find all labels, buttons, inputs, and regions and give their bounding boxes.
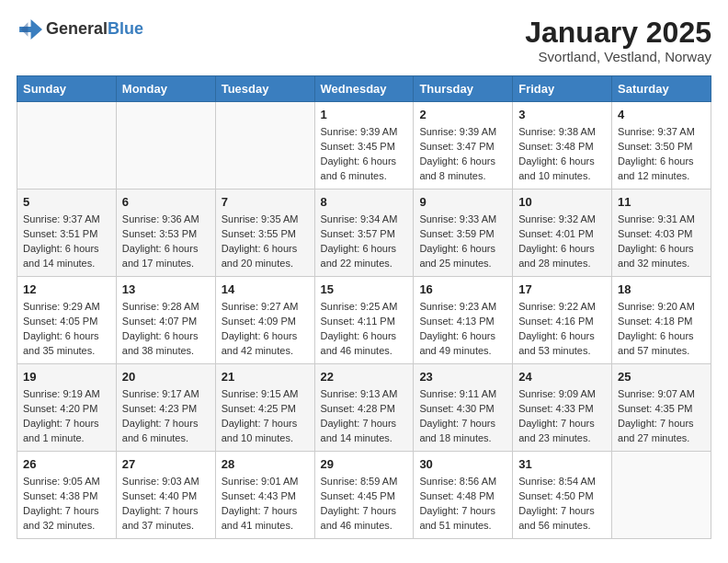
calendar-table: SundayMondayTuesdayWednesdayThursdayFrid… [17, 75, 711, 539]
cell-content: Sunrise: 9:22 AM Sunset: 4:16 PM Dayligh… [518, 300, 606, 359]
weekday-header: Sunday [17, 76, 117, 102]
cell-content: Sunrise: 8:56 AM Sunset: 4:48 PM Dayligh… [419, 475, 506, 534]
day-number: 22 [321, 369, 408, 385]
weekday-header: Wednesday [314, 76, 414, 102]
cell-content: Sunrise: 9:39 AM Sunset: 3:47 PM Dayligh… [419, 125, 506, 184]
calendar-cell: 14Sunrise: 9:27 AM Sunset: 4:09 PM Dayli… [215, 277, 314, 364]
calendar-cell: 2Sunrise: 9:39 AM Sunset: 3:47 PM Daylig… [414, 102, 513, 190]
calendar-cell: 12Sunrise: 9:29 AM Sunset: 4:05 PM Dayli… [17, 277, 117, 364]
day-number: 10 [518, 194, 606, 211]
weekday-header: Tuesday [215, 76, 314, 102]
cell-content: Sunrise: 9:34 AM Sunset: 3:57 PM Dayligh… [321, 213, 408, 271]
calendar-week-row: 26Sunrise: 9:05 AM Sunset: 4:38 PM Dayli… [17, 451, 711, 538]
day-number: 7 [222, 194, 309, 211]
calendar-cell [17, 102, 117, 190]
cell-content: Sunrise: 9:32 AM Sunset: 4:01 PM Dayligh… [518, 213, 606, 271]
day-number: 8 [321, 194, 408, 211]
cell-content: Sunrise: 9:23 AM Sunset: 4:13 PM Dayligh… [419, 300, 506, 359]
calendar-cell: 22Sunrise: 9:13 AM Sunset: 4:28 PM Dayli… [314, 364, 414, 452]
cell-content: Sunrise: 9:39 AM Sunset: 3:45 PM Dayligh… [321, 125, 408, 184]
calendar-cell: 28Sunrise: 9:01 AM Sunset: 4:43 PM Dayli… [215, 451, 314, 538]
logo-text-blue: Blue [108, 20, 143, 39]
calendar-cell: 6Sunrise: 9:36 AM Sunset: 3:53 PM Daylig… [116, 190, 215, 277]
calendar-cell: 1Sunrise: 9:39 AM Sunset: 3:45 PM Daylig… [314, 102, 414, 190]
cell-content: Sunrise: 8:59 AM Sunset: 4:45 PM Dayligh… [321, 475, 408, 534]
cell-content: Sunrise: 8:54 AM Sunset: 4:50 PM Dayligh… [518, 475, 606, 534]
header: General Blue January 2025 Svortland, Ves… [17, 17, 711, 64]
cell-content: Sunrise: 9:33 AM Sunset: 3:59 PM Dayligh… [419, 213, 506, 271]
cell-content: Sunrise: 9:11 AM Sunset: 4:30 PM Dayligh… [419, 387, 506, 446]
calendar-header-row: SundayMondayTuesdayWednesdayThursdayFrid… [17, 76, 711, 102]
day-number: 20 [122, 369, 210, 385]
cell-content: Sunrise: 9:13 AM Sunset: 4:28 PM Dayligh… [321, 387, 408, 446]
calendar-cell: 26Sunrise: 9:05 AM Sunset: 4:38 PM Dayli… [17, 451, 117, 538]
cell-content: Sunrise: 9:35 AM Sunset: 3:55 PM Dayligh… [222, 213, 309, 271]
weekday-header: Monday [116, 76, 215, 102]
day-number: 26 [23, 456, 110, 473]
day-number: 19 [23, 369, 110, 385]
cell-content: Sunrise: 9:01 AM Sunset: 4:43 PM Dayligh… [222, 475, 309, 534]
day-number: 2 [419, 107, 506, 123]
logo-text-general: General [46, 20, 108, 39]
weekday-header: Friday [513, 76, 612, 102]
day-number: 3 [518, 107, 606, 123]
day-number: 27 [122, 456, 210, 473]
calendar-cell [215, 102, 314, 190]
svg-marker-1 [21, 22, 28, 37]
day-number: 11 [618, 194, 705, 211]
day-number: 29 [321, 456, 408, 473]
calendar-cell: 19Sunrise: 9:19 AM Sunset: 4:20 PM Dayli… [17, 364, 117, 452]
cell-content: Sunrise: 9:38 AM Sunset: 3:48 PM Dayligh… [518, 125, 606, 184]
logo: General Blue [17, 17, 143, 42]
calendar-week-row: 1Sunrise: 9:39 AM Sunset: 3:45 PM Daylig… [17, 102, 711, 190]
cell-content: Sunrise: 9:31 AM Sunset: 4:03 PM Dayligh… [618, 213, 705, 271]
day-number: 9 [419, 194, 506, 211]
calendar-cell [116, 102, 215, 190]
calendar-cell: 21Sunrise: 9:15 AM Sunset: 4:25 PM Dayli… [215, 364, 314, 452]
day-number: 21 [222, 369, 309, 385]
cell-content: Sunrise: 9:37 AM Sunset: 3:51 PM Dayligh… [23, 213, 110, 271]
calendar-cell: 13Sunrise: 9:28 AM Sunset: 4:07 PM Dayli… [116, 277, 215, 364]
calendar-week-row: 19Sunrise: 9:19 AM Sunset: 4:20 PM Dayli… [17, 364, 711, 452]
cell-content: Sunrise: 9:05 AM Sunset: 4:38 PM Dayligh… [23, 475, 110, 534]
cell-content: Sunrise: 9:19 AM Sunset: 4:20 PM Dayligh… [23, 387, 110, 446]
cell-content: Sunrise: 9:36 AM Sunset: 3:53 PM Dayligh… [122, 213, 210, 271]
cell-content: Sunrise: 9:07 AM Sunset: 4:35 PM Dayligh… [618, 387, 705, 446]
day-number: 16 [419, 282, 506, 298]
cell-content: Sunrise: 9:29 AM Sunset: 4:05 PM Dayligh… [23, 300, 110, 359]
page-subtitle: Svortland, Vestland, Norway [525, 49, 711, 64]
page-container: General Blue January 2025 Svortland, Ves… [0, 0, 728, 548]
calendar-week-row: 5Sunrise: 9:37 AM Sunset: 3:51 PM Daylig… [17, 190, 711, 277]
calendar-cell: 10Sunrise: 9:32 AM Sunset: 4:01 PM Dayli… [513, 190, 612, 277]
logo-icon [17, 17, 42, 42]
cell-content: Sunrise: 9:17 AM Sunset: 4:23 PM Dayligh… [122, 387, 210, 446]
title-block: January 2025 Svortland, Vestland, Norway [525, 17, 711, 64]
day-number: 24 [518, 369, 606, 385]
calendar-cell: 3Sunrise: 9:38 AM Sunset: 3:48 PM Daylig… [513, 102, 612, 190]
day-number: 25 [618, 369, 705, 385]
calendar-cell [612, 451, 711, 538]
calendar-cell: 29Sunrise: 8:59 AM Sunset: 4:45 PM Dayli… [314, 451, 414, 538]
day-number: 4 [618, 107, 705, 123]
day-number: 1 [321, 107, 408, 123]
calendar-cell: 9Sunrise: 9:33 AM Sunset: 3:59 PM Daylig… [414, 190, 513, 277]
day-number: 18 [618, 282, 705, 298]
day-number: 31 [518, 456, 606, 473]
cell-content: Sunrise: 9:09 AM Sunset: 4:33 PM Dayligh… [518, 387, 606, 446]
cell-content: Sunrise: 9:03 AM Sunset: 4:40 PM Dayligh… [122, 475, 210, 534]
cell-content: Sunrise: 9:15 AM Sunset: 4:25 PM Dayligh… [222, 387, 309, 446]
day-number: 13 [122, 282, 210, 298]
cell-content: Sunrise: 9:37 AM Sunset: 3:50 PM Dayligh… [618, 125, 705, 184]
cell-content: Sunrise: 9:25 AM Sunset: 4:11 PM Dayligh… [321, 300, 408, 359]
weekday-header: Thursday [414, 76, 513, 102]
cell-content: Sunrise: 9:20 AM Sunset: 4:18 PM Dayligh… [618, 300, 705, 359]
calendar-cell: 18Sunrise: 9:20 AM Sunset: 4:18 PM Dayli… [612, 277, 711, 364]
day-number: 23 [419, 369, 506, 385]
calendar-cell: 17Sunrise: 9:22 AM Sunset: 4:16 PM Dayli… [513, 277, 612, 364]
calendar-cell: 4Sunrise: 9:37 AM Sunset: 3:50 PM Daylig… [612, 102, 711, 190]
cell-content: Sunrise: 9:28 AM Sunset: 4:07 PM Dayligh… [122, 300, 210, 359]
calendar-cell: 15Sunrise: 9:25 AM Sunset: 4:11 PM Dayli… [314, 277, 414, 364]
calendar-cell: 16Sunrise: 9:23 AM Sunset: 4:13 PM Dayli… [414, 277, 513, 364]
day-number: 5 [23, 194, 110, 211]
calendar-cell: 5Sunrise: 9:37 AM Sunset: 3:51 PM Daylig… [17, 190, 117, 277]
